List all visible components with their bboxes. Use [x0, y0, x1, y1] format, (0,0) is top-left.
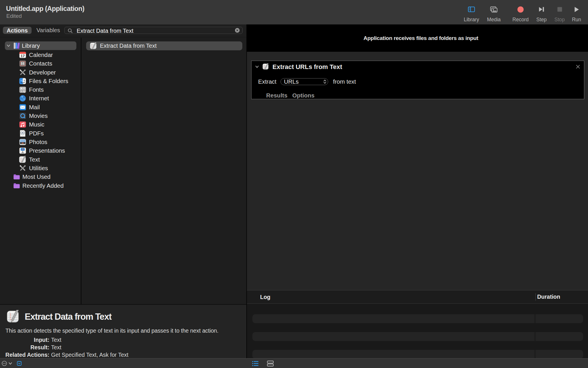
svg-text:Q: Q [23, 90, 25, 93]
svg-text:A: A [23, 87, 25, 90]
svg-text:17: 17 [21, 54, 25, 58]
svg-text:A: A [20, 87, 22, 90]
svg-text:A: A [20, 90, 22, 93]
